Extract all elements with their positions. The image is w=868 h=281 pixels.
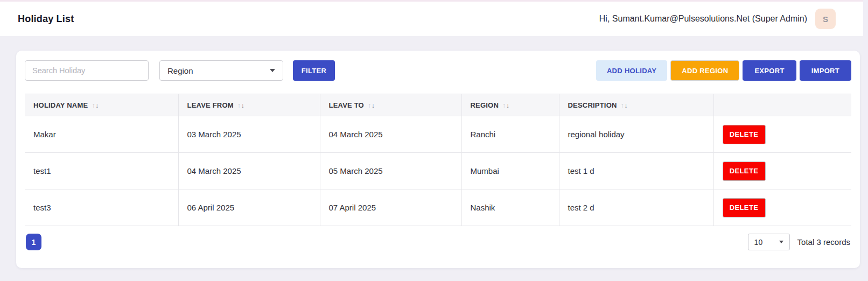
add-holiday-button[interactable]: ADD HOLIDAY: [596, 60, 667, 81]
cell-leave-from: 04 March 2025: [178, 153, 320, 189]
column-header-holiday-name[interactable]: HOLIDAY NAME↑↓: [25, 94, 178, 116]
toolbar-actions: ADD HOLIDAY ADD REGION EXPORT IMPORT: [596, 60, 851, 81]
filter-button[interactable]: FILTER: [293, 60, 335, 81]
cell-holiday-name: test3: [25, 189, 178, 226]
cell-leave-from: 06 April 2025: [178, 189, 320, 226]
cell-holiday-name: Makar: [25, 116, 178, 153]
page-size-value: 10: [754, 238, 763, 247]
cell-actions: DELETE: [713, 153, 851, 189]
scrollbar-track[interactable]: [863, 0, 868, 281]
holiday-list-card: Region FILTER ADD HOLIDAY ADD REGION EXP…: [16, 51, 860, 268]
delete-button[interactable]: DELETE: [723, 161, 766, 181]
toolbar: Region FILTER ADD HOLIDAY ADD REGION EXP…: [25, 60, 851, 81]
cell-actions: DELETE: [713, 189, 851, 226]
user-greeting: Hi, Sumant.Kumar@Pulsesolutions.Net (Sup…: [599, 14, 807, 24]
cell-description: test 1 d: [559, 153, 713, 189]
column-header-leave-from[interactable]: LEAVE FROM↑↓: [178, 94, 320, 116]
cell-region: Mumbai: [461, 153, 559, 189]
cell-description: test 2 d: [559, 189, 713, 226]
table-row: test1 04 March 2025 05 March 2025 Mumbai…: [25, 153, 851, 189]
region-select-value: Region: [167, 66, 193, 75]
page-size-select[interactable]: 10: [748, 234, 790, 250]
total-records-label: Total 3 records: [797, 237, 850, 247]
search-input[interactable]: [25, 60, 149, 81]
import-button[interactable]: IMPORT: [800, 60, 851, 81]
cell-region: Nashik: [461, 189, 559, 226]
avatar[interactable]: S: [815, 9, 836, 29]
delete-button[interactable]: DELETE: [723, 198, 766, 217]
cell-leave-to: 07 April 2025: [320, 189, 461, 226]
sort-icon[interactable]: ↑↓: [621, 101, 628, 109]
column-header-description[interactable]: DESCRIPTION↑↓: [559, 94, 713, 116]
cell-region: Ranchi: [461, 116, 559, 153]
cell-description: regional holiday: [559, 116, 713, 153]
sort-icon[interactable]: ↑↓: [92, 101, 99, 109]
table-row: Makar 03 March 2025 04 March 2025 Ranchi…: [25, 116, 851, 153]
chevron-down-icon: [779, 241, 783, 243]
table-row: test3 06 April 2025 07 April 2025 Nashik…: [25, 189, 851, 226]
export-button[interactable]: EXPORT: [743, 60, 796, 81]
add-region-button[interactable]: ADD REGION: [670, 60, 739, 81]
cell-leave-to: 04 March 2025: [320, 116, 461, 153]
table-header-row: HOLIDAY NAME↑↓ LEAVE FROM↑↓ LEAVE TO↑↓ R…: [25, 94, 851, 116]
column-header-actions: [713, 94, 851, 116]
cell-leave-to: 05 March 2025: [320, 153, 461, 189]
page-1-button[interactable]: 1: [26, 234, 41, 250]
cell-actions: DELETE: [713, 116, 851, 153]
app-header: Holiday List Hi, Sumant.Kumar@Pulsesolut…: [0, 2, 868, 36]
chevron-down-icon: [270, 69, 275, 72]
sort-icon[interactable]: ↑↓: [368, 101, 375, 109]
pagination: 1 10 Total 3 records: [25, 234, 851, 250]
sort-icon[interactable]: ↑↓: [502, 101, 509, 109]
column-header-leave-to[interactable]: LEAVE TO↑↓: [320, 94, 461, 116]
sort-icon[interactable]: ↑↓: [237, 101, 244, 109]
cell-leave-from: 03 March 2025: [178, 116, 320, 153]
region-select[interactable]: Region: [159, 60, 283, 81]
page-title: Holiday List: [18, 13, 74, 25]
column-header-region[interactable]: REGION↑↓: [461, 94, 559, 116]
pagination-right: 10 Total 3 records: [748, 234, 850, 250]
holiday-table: HOLIDAY NAME↑↓ LEAVE FROM↑↓ LEAVE TO↑↓ R…: [25, 94, 851, 226]
cell-holiday-name: test1: [25, 153, 178, 189]
header-user-area: Hi, Sumant.Kumar@Pulsesolutions.Net (Sup…: [599, 9, 836, 29]
avatar-initial: S: [823, 15, 828, 24]
delete-button[interactable]: DELETE: [723, 125, 766, 144]
